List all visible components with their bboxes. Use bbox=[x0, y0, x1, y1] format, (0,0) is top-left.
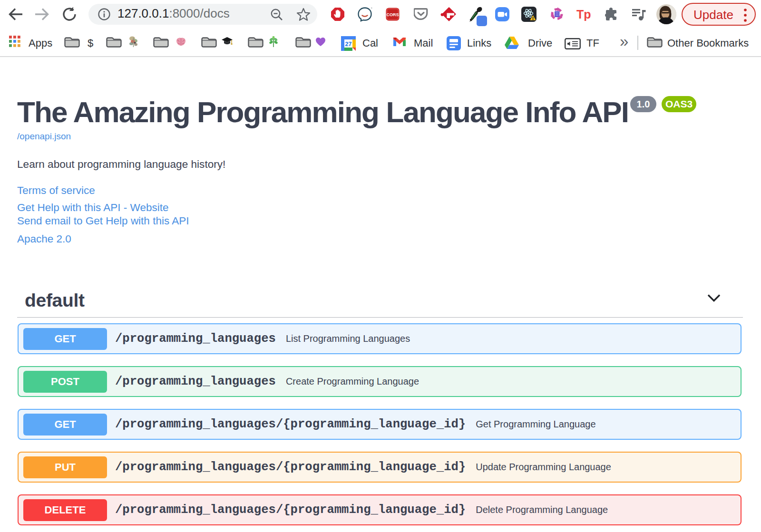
svg-text:27: 27 bbox=[345, 41, 352, 48]
svg-text:CORS: CORS bbox=[386, 12, 399, 17]
